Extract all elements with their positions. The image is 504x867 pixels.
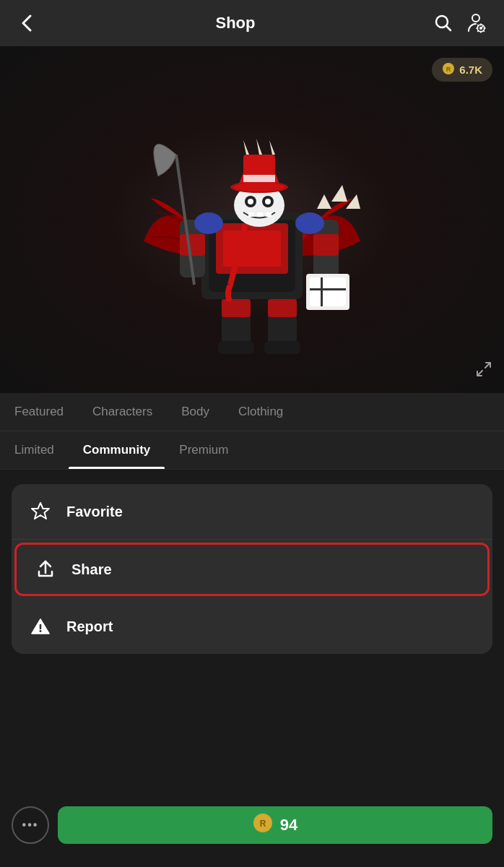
search-button[interactable] bbox=[433, 13, 453, 33]
share-icon bbox=[34, 558, 57, 581]
svg-text:R: R bbox=[446, 66, 451, 73]
hero-area: R 6.7K bbox=[0, 46, 504, 393]
action-menu: Favorite Share Report bbox=[12, 484, 492, 654]
tab-premium[interactable]: Premium bbox=[165, 431, 243, 469]
svg-marker-26 bbox=[331, 185, 347, 202]
svg-rect-17 bbox=[266, 212, 271, 217]
svg-rect-34 bbox=[222, 299, 251, 317]
svg-point-44 bbox=[295, 212, 324, 234]
tab-body[interactable]: Body bbox=[167, 393, 224, 431]
svg-point-43 bbox=[194, 212, 223, 234]
report-item[interactable]: Report bbox=[12, 599, 492, 654]
character-art bbox=[115, 68, 389, 371]
more-icon: ••• bbox=[22, 819, 39, 832]
svg-rect-21 bbox=[243, 175, 275, 182]
bottom-bar: ••• R 94 bbox=[0, 795, 504, 867]
header-title: Shop bbox=[216, 14, 256, 33]
tab-characters[interactable]: Characters bbox=[78, 393, 167, 431]
svg-rect-31 bbox=[313, 234, 339, 256]
svg-rect-42 bbox=[321, 277, 323, 306]
currency-badge: R 6.7K bbox=[432, 58, 492, 82]
alert-icon bbox=[29, 615, 52, 638]
svg-marker-22 bbox=[243, 140, 249, 155]
svg-point-1 bbox=[472, 14, 479, 22]
svg-rect-15 bbox=[248, 212, 254, 217]
svg-rect-36 bbox=[218, 341, 254, 354]
svg-point-13 bbox=[248, 199, 253, 204]
back-button[interactable] bbox=[17, 13, 38, 33]
expand-icon[interactable] bbox=[475, 361, 492, 381]
svg-rect-20 bbox=[243, 155, 275, 191]
favorite-label: Favorite bbox=[66, 504, 123, 520]
svg-rect-16 bbox=[257, 212, 263, 217]
tabs-row-1: Featured Characters Body Clothing bbox=[0, 393, 504, 431]
share-label: Share bbox=[71, 561, 112, 578]
tabs-row-2: Limited Community Premium bbox=[0, 431, 504, 470]
svg-point-14 bbox=[265, 199, 271, 204]
star-icon bbox=[29, 500, 52, 523]
svg-rect-41 bbox=[310, 288, 346, 290]
currency-icon: R bbox=[442, 62, 455, 77]
svg-rect-9 bbox=[223, 230, 281, 267]
tab-limited[interactable]: Limited bbox=[0, 431, 69, 469]
buy-price: 94 bbox=[280, 816, 297, 834]
more-button[interactable]: ••• bbox=[12, 806, 49, 844]
share-item[interactable]: Share bbox=[14, 543, 490, 596]
svg-marker-25 bbox=[317, 194, 331, 209]
tab-featured[interactable]: Featured bbox=[0, 393, 78, 431]
favorite-item[interactable]: Favorite bbox=[12, 484, 492, 540]
header-left bbox=[17, 13, 38, 33]
header: Shop bbox=[0, 0, 504, 46]
buy-button[interactable]: R 94 bbox=[58, 806, 492, 844]
svg-rect-37 bbox=[264, 341, 300, 354]
svg-rect-30 bbox=[180, 234, 205, 256]
tab-community[interactable]: Community bbox=[69, 431, 165, 469]
svg-text:R: R bbox=[259, 819, 266, 829]
buy-coin-icon: R bbox=[253, 813, 273, 837]
report-label: Report bbox=[66, 618, 113, 635]
header-right bbox=[433, 12, 487, 34]
svg-marker-24 bbox=[269, 140, 275, 155]
currency-amount: 6.7K bbox=[459, 64, 482, 76]
svg-point-45 bbox=[40, 630, 42, 632]
svg-marker-23 bbox=[256, 139, 262, 155]
svg-rect-40 bbox=[310, 277, 346, 306]
tab-clothing[interactable]: Clothing bbox=[224, 393, 297, 431]
svg-rect-35 bbox=[268, 299, 297, 317]
settings-button[interactable] bbox=[465, 12, 487, 34]
